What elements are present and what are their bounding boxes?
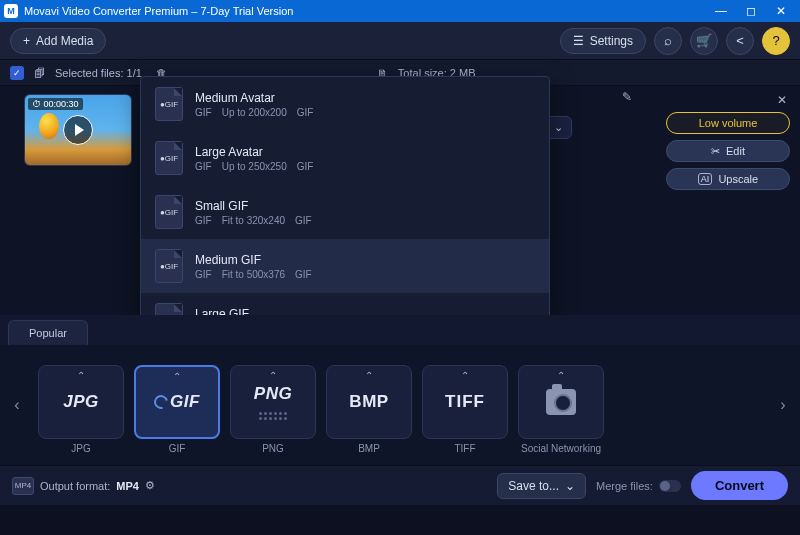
low-volume-button[interactable]: Low volume — [666, 112, 790, 134]
edit-name-icon[interactable]: ✎ — [622, 90, 632, 104]
chevron-up-icon: ⌃ — [173, 371, 181, 382]
preset-medium-avatar[interactable]: ●GIF Medium AvatarGIFUp to 200x200GIF — [141, 77, 549, 131]
low-volume-label: Low volume — [699, 117, 758, 129]
ai-icon: AI — [698, 173, 713, 185]
preset-meta: GIFUp to 250x250GIF — [195, 161, 323, 172]
output-format: MP4 Output format: MP4 ⚙ — [12, 477, 155, 495]
sliders-icon: ☰ — [573, 34, 584, 48]
save-to-label: Save to... — [508, 479, 559, 493]
format-strip: ‹ ⌃JPG JPG ⌃GIF GIF ⌃PNG PNG ⌃BMP BMP ⌃T… — [0, 345, 800, 465]
merge-files-toggle[interactable]: Merge files: — [596, 480, 681, 492]
minimize-button[interactable]: — — [706, 4, 736, 18]
output-format-value: MP4 — [116, 480, 139, 492]
share-button[interactable]: < — [726, 27, 754, 55]
camera-icon — [546, 389, 576, 415]
clip-checkbox[interactable]: ✓ — [24, 123, 25, 137]
add-media-button[interactable]: + Add Media — [10, 28, 106, 54]
help-button[interactable]: ? — [762, 27, 790, 55]
chevron-down-icon: ⌄ — [565, 479, 575, 493]
format-gif[interactable]: ⌃GIF GIF — [134, 365, 220, 454]
bottom-bar: MP4 Output format: MP4 ⚙ Save to... ⌄ Me… — [0, 465, 800, 505]
chevron-down-icon: ⌄ — [554, 121, 563, 134]
category-tabs: Popular — [0, 315, 800, 345]
cart-icon: 🛒 — [696, 33, 712, 48]
upscale-button[interactable]: AIUpscale — [666, 168, 790, 190]
chevron-up-icon: ⌃ — [269, 370, 277, 381]
preset-large-avatar[interactable]: ●GIF Large AvatarGIFUp to 250x250GIF — [141, 131, 549, 185]
toggle-icon — [659, 480, 681, 492]
scissors-icon: ✂ — [711, 145, 720, 158]
key-icon: ⌕ — [664, 33, 672, 48]
window-title: Movavi Video Converter Premium – 7-Day T… — [24, 5, 706, 17]
scroll-right-button[interactable]: › — [772, 396, 794, 414]
preset-popup: ●GIF Medium AvatarGIFUp to 200x200GIF ●G… — [140, 76, 550, 348]
preset-title: Small GIF — [195, 199, 322, 213]
format-label: GIF — [169, 443, 186, 454]
actions-column: ✕ Low volume ✂Edit AIUpscale — [666, 92, 790, 190]
thumbnail-art — [39, 113, 59, 139]
preset-meta: GIFFit to 320x240GIF — [195, 215, 322, 226]
upscale-label: Upscale — [718, 173, 758, 185]
chevron-up-icon: ⌃ — [461, 370, 469, 381]
tab-popular[interactable]: Popular — [8, 320, 88, 345]
preset-small-gif[interactable]: ●GIF Small GIFGIFFit to 320x240GIF — [141, 185, 549, 239]
remove-clip-icon[interactable]: ✕ — [774, 92, 790, 108]
format-label: PNG — [262, 443, 284, 454]
gif-file-icon: ●GIF — [155, 249, 183, 283]
share-icon: < — [736, 33, 744, 48]
search-button[interactable]: ⌕ — [654, 27, 682, 55]
titlebar: M Movavi Video Converter Premium – 7-Day… — [0, 0, 800, 22]
format-label: TIFF — [454, 443, 475, 454]
format-social[interactable]: ⌃ Social Networking — [518, 365, 604, 454]
preset-title: Large Avatar — [195, 145, 323, 159]
selected-files-label: Selected files: 1/1 — [55, 67, 142, 79]
main-toolbar: + Add Media ☰ Settings ⌕ 🛒 < ? — [0, 22, 800, 60]
format-code: JPG — [63, 392, 99, 412]
format-png[interactable]: ⌃PNG PNG — [230, 365, 316, 454]
plus-icon: + — [23, 34, 30, 48]
help-icon: ? — [772, 33, 779, 48]
save-to-button[interactable]: Save to... ⌄ — [497, 473, 586, 499]
format-label: BMP — [358, 443, 380, 454]
close-button[interactable]: ✕ — [766, 4, 796, 18]
format-bmp[interactable]: ⌃BMP BMP — [326, 365, 412, 454]
chevron-up-icon: ⌃ — [77, 370, 85, 381]
edit-label: Edit — [726, 145, 745, 157]
format-code: PNG — [254, 384, 292, 404]
scroll-left-button[interactable]: ‹ — [6, 396, 28, 414]
cart-button[interactable]: 🛒 — [690, 27, 718, 55]
gif-file-icon: ●GIF — [155, 87, 183, 121]
format-code: BMP — [349, 392, 388, 412]
content-area: ✓ ⏱ 00:00:30 s file (2 MB) ⌄ ✎ ✕ Low vol… — [0, 86, 800, 345]
files-icon: 🗐 — [34, 67, 45, 79]
settings-button[interactable]: ☰ Settings — [560, 28, 646, 54]
preset-medium-gif[interactable]: ●GIF Medium GIFGIFFit to 500x376GIF — [141, 239, 549, 293]
format-jpg[interactable]: ⌃JPG JPG — [38, 365, 124, 454]
gif-icon: GIF — [154, 392, 200, 412]
gear-icon[interactable]: ⚙ — [145, 479, 155, 492]
add-media-label: Add Media — [36, 34, 93, 48]
preset-meta: GIFFit to 500x376GIF — [195, 269, 322, 280]
play-icon[interactable] — [63, 115, 93, 145]
output-format-label: Output format: — [40, 480, 110, 492]
convert-button[interactable]: Convert — [691, 471, 788, 500]
format-tiff[interactable]: ⌃TIFF TIFF — [422, 365, 508, 454]
merge-label: Merge files: — [596, 480, 653, 492]
preset-title: Medium GIF — [195, 253, 322, 267]
png-dots-icon — [259, 412, 287, 420]
gif-file-icon: ●GIF — [155, 195, 183, 229]
format-label: JPG — [71, 443, 90, 454]
chevron-up-icon: ⌃ — [365, 370, 373, 381]
format-code: TIFF — [445, 392, 485, 412]
maximize-button[interactable]: ◻ — [736, 4, 766, 18]
settings-label: Settings — [590, 34, 633, 48]
select-all-checkbox[interactable]: ✓ — [10, 66, 24, 80]
preset-title: Medium Avatar — [195, 91, 323, 105]
mp4-badge-icon: MP4 — [12, 477, 34, 495]
video-thumbnail[interactable]: ✓ ⏱ 00:00:30 — [24, 94, 132, 166]
edit-button[interactable]: ✂Edit — [666, 140, 790, 162]
format-label: Social Networking — [521, 443, 601, 454]
app-logo: M — [4, 4, 18, 18]
preset-meta: GIFUp to 200x200GIF — [195, 107, 323, 118]
clip-duration: ⏱ 00:00:30 — [28, 98, 83, 110]
